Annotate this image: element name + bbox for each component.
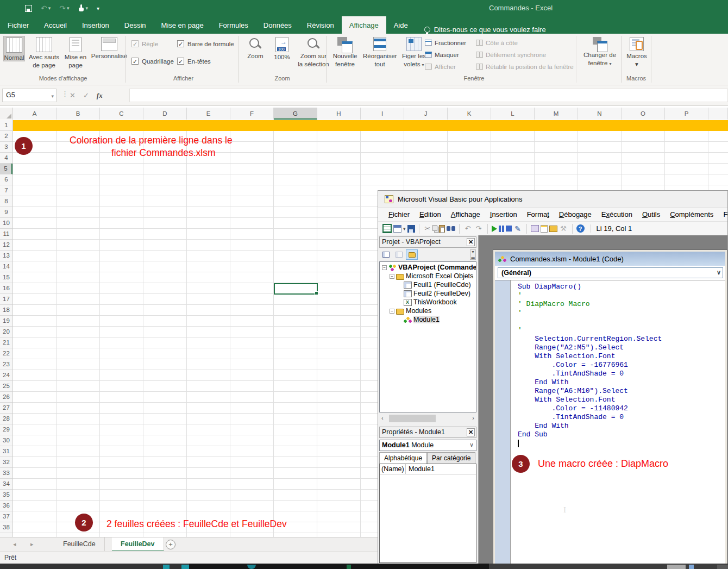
paste-icon[interactable] [439, 225, 445, 233]
save-icon[interactable] [25, 5, 32, 12]
column-header-G[interactable]: G [274, 108, 317, 120]
checkbox-en-têtes[interactable]: ✓En-têtes [177, 58, 211, 65]
row-header-23[interactable]: 23 [0, 359, 12, 370]
tab-alphabetique[interactable]: Alphabétique [379, 452, 427, 464]
object-browser-icon[interactable] [549, 226, 557, 232]
project-tree[interactable]: −VBAProject (Commande−Microsoft Excel Ob… [379, 261, 476, 412]
row-header-6[interactable]: 6 [0, 174, 12, 185]
row-header-12[interactable]: 12 [0, 240, 12, 251]
column-header-D[interactable]: D [143, 108, 187, 120]
column-header-L[interactable]: L [491, 108, 535, 120]
row-header-20[interactable]: 20 [0, 327, 12, 337]
checkbox-barre-de-formule[interactable]: ✓Barre de formule [177, 40, 234, 47]
code-window-titlebar[interactable]: Commandes.xlsm - Module1 (Code) [495, 252, 725, 266]
row-header-19[interactable]: 19 [0, 316, 12, 327]
ribbon-tab-révision[interactable]: Révision [299, 16, 342, 34]
column-header-O[interactable]: O [622, 108, 665, 120]
switch-window-button[interactable]: Changer defenêtre ▾ [582, 36, 617, 67]
row-header-24[interactable]: 24 [0, 370, 12, 381]
vba-menu-outils[interactable]: Outils [637, 210, 665, 218]
column-header-B[interactable]: B [57, 108, 100, 120]
row-header-16[interactable]: 16 [0, 283, 12, 294]
chevron-down-icon[interactable]: ∨ [717, 269, 721, 276]
row-header-26[interactable]: 26 [0, 392, 12, 403]
properties-window-icon[interactable] [541, 225, 548, 233]
undo-icon[interactable]: ↶ [463, 224, 473, 233]
new-sheet-button[interactable]: + [166, 540, 175, 549]
tree-item-modules[interactable]: −Modules [380, 307, 476, 315]
column-header-A[interactable]: A [13, 108, 57, 120]
column-header-N[interactable]: N [578, 108, 622, 120]
column-header-K[interactable]: K [448, 108, 491, 120]
row-header-9[interactable]: 9 [0, 207, 12, 218]
properties-grid[interactable]: (Name)Module1 [379, 464, 476, 563]
touch-mode-icon[interactable]: ▾ [78, 4, 89, 12]
column-header-E[interactable]: E [187, 108, 230, 120]
checkbox-icon[interactable]: ✓ [131, 58, 139, 65]
break-icon[interactable] [499, 226, 501, 232]
ribbon-tab-accueil[interactable]: Accueil [36, 16, 74, 34]
vba-menu-edition[interactable]: Edition [415, 210, 446, 218]
row-header-37[interactable]: 37 [0, 511, 12, 522]
customize-qat-icon[interactable]: ▾ [97, 5, 99, 11]
tree-expander-icon[interactable]: − [390, 309, 394, 314]
select-all-corner[interactable] [0, 108, 13, 120]
name-box[interactable]: G5▾ [2, 89, 57, 102]
row-header-18[interactable]: 18 [0, 305, 12, 316]
excel-icon[interactable] [382, 224, 392, 233]
view-button-personnalisé[interactable]: Personnalisé [90, 36, 128, 59]
row-header-1[interactable]: 1 [0, 120, 12, 131]
view-button-normal[interactable]: Normal [3, 36, 25, 61]
ribbon-tab-fichier[interactable]: Fichier [0, 16, 36, 34]
row-header-8[interactable]: 8 [0, 196, 12, 207]
row-header-13[interactable]: 13 [0, 251, 12, 261]
vba-menu-dbogage[interactable]: Débogage [554, 210, 597, 218]
window-small-button-masquer[interactable]: Masquer [425, 50, 459, 59]
ribbon-tab-formules[interactable]: Formules [211, 16, 256, 34]
zoom-button-zoom-sur[interactable]: Zoom surla sélection [297, 36, 330, 67]
row-header-3[interactable]: 3 [0, 142, 12, 153]
toggle-folders-icon[interactable] [406, 249, 418, 260]
window-small-button-fractionner[interactable]: Fractionner [425, 38, 466, 47]
row-header-28[interactable]: 28 [0, 414, 12, 424]
window-button-nouvelle[interactable]: Nouvellefenêtre [330, 36, 360, 67]
row-header-5[interactable]: 5 [0, 164, 12, 174]
column-header-I[interactable]: I [361, 108, 404, 120]
close-icon[interactable]: ✕ [467, 428, 475, 436]
toolbox-icon[interactable]: ⚒ [559, 224, 568, 233]
tree-expander-icon[interactable]: − [382, 265, 387, 270]
sheet-tab-feuillecde[interactable]: FeuilleCde [54, 537, 105, 552]
row-header-4[interactable]: 4 [0, 153, 12, 164]
tab-par-categorie[interactable]: Par catégorie [427, 452, 475, 464]
copy-icon[interactable] [432, 225, 437, 231]
sheet-tab-feuilledev[interactable]: FeuilleDev [112, 537, 164, 552]
project-panel-header[interactable]: Projet - VBAProject ✕ [379, 236, 476, 248]
ribbon-tab-aide[interactable]: Aide [386, 16, 416, 34]
tree-item-vbaproject-commande[interactable]: −VBAProject (Commande [380, 263, 476, 272]
chevron-down-icon[interactable]: ∨ [469, 441, 474, 448]
property-row[interactable]: (Name)Module1 [380, 464, 476, 474]
vba-menu-fichier[interactable]: Fichier [384, 210, 415, 218]
view-code-icon[interactable] [380, 249, 392, 260]
row-header-10[interactable]: 10 [0, 218, 12, 229]
row-header-22[interactable]: 22 [0, 348, 12, 359]
dropdown-caret-icon[interactable]: ▾ [403, 226, 406, 232]
properties-panel-header[interactable]: Propriétés - Module1 ✕ [379, 427, 476, 438]
ribbon-tab-mise-en-page[interactable]: Mise en page [154, 16, 211, 34]
dock-split-handle[interactable]: ▾▂ [470, 249, 476, 260]
vba-menu-format[interactable]: Format [522, 210, 554, 218]
zoom-button-100-[interactable]: 100% [271, 36, 293, 60]
formula-input[interactable] [129, 89, 728, 102]
vba-menu-complments[interactable]: Compléments [665, 210, 718, 218]
row-header-2[interactable]: 2 [0, 131, 12, 142]
tree-item-feuil1-feuillecde-[interactable]: Feuil1 (FeuilleCde) [380, 280, 476, 289]
ribbon-tab-dessin[interactable]: Dessin [117, 16, 154, 34]
view-button-avec-sauts[interactable]: Avec sautsde page [27, 36, 61, 68]
enter-icon[interactable]: ✓ [83, 91, 89, 99]
insert-userform-icon[interactable] [393, 225, 401, 233]
vba-menu-excution[interactable]: Exécution [597, 210, 637, 218]
save-icon[interactable] [407, 225, 415, 233]
view-button-mise-en[interactable]: Mise enpage [63, 36, 88, 68]
row-header-7[interactable]: 7 [0, 185, 12, 196]
column-header-J[interactable]: J [404, 108, 448, 120]
